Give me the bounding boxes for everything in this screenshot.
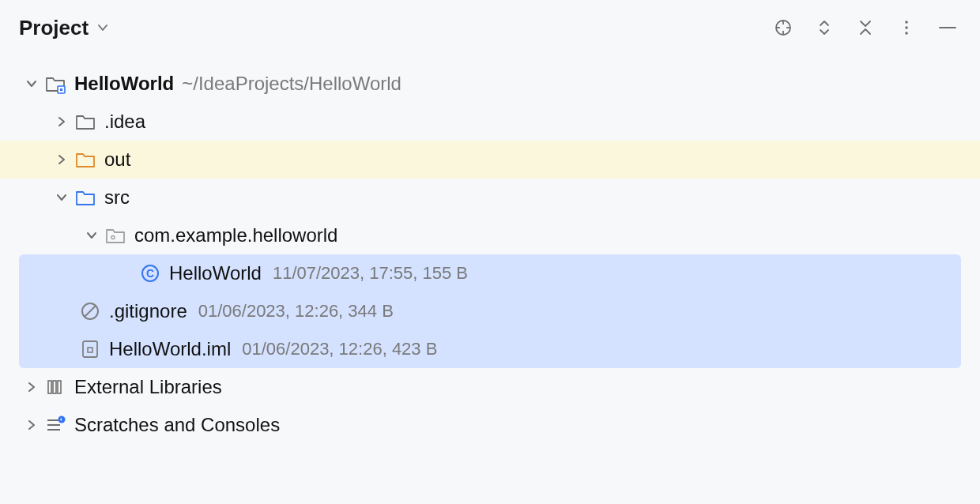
project-tool-window: Project: [0, 0, 980, 504]
svg-point-5: [905, 21, 908, 24]
node-label: .idea: [104, 111, 145, 133]
node-meta: 11/07/2023, 17:55, 155 B: [273, 263, 468, 284]
tree-node-package[interactable]: com.example.helloworld: [0, 216, 980, 254]
svg-rect-18: [48, 381, 51, 393]
expand-collapse-button[interactable]: [814, 17, 835, 38]
module-folder-icon: [44, 73, 66, 95]
tree-node-gitignore[interactable]: .gitignore 01/06/2023, 12:26, 344 B: [19, 292, 961, 330]
svg-rect-19: [53, 381, 56, 393]
excluded-folder-icon: [74, 149, 96, 171]
tree-node-iml[interactable]: HelloWorld.iml 01/06/2023, 12:26, 423 B: [19, 330, 961, 368]
node-label: .gitignore: [109, 300, 187, 322]
chevron-right-icon[interactable]: [19, 381, 44, 393]
node-label: Scratches and Consoles: [74, 414, 280, 436]
scratches-icon: [44, 414, 66, 436]
select-opened-file-button[interactable]: [773, 17, 793, 38]
tree-node-class-file[interactable]: C HelloWorld 11/07/2023, 17:55, 155 B: [19, 254, 961, 292]
libraries-icon: [44, 376, 66, 398]
node-label: com.example.helloworld: [134, 224, 337, 246]
panel-toolbar: [773, 17, 961, 38]
node-label: src: [104, 186, 130, 209]
svg-point-11: [111, 236, 115, 239]
source-folder-icon: [74, 186, 96, 209]
tree-node-idea[interactable]: .idea: [0, 103, 980, 141]
node-label: External Libraries: [74, 376, 222, 398]
hide-panel-button[interactable]: [937, 17, 958, 38]
view-mode-dropdown[interactable]: [96, 21, 109, 34]
node-label: HelloWorld: [74, 73, 174, 95]
chevron-right-icon[interactable]: [19, 419, 44, 431]
svg-text:C: C: [146, 267, 154, 280]
node-label: HelloWorld.iml: [109, 338, 231, 360]
java-class-icon: C: [139, 262, 161, 284]
svg-rect-16: [83, 341, 97, 357]
node-meta: 01/06/2023, 12:26, 344 B: [198, 301, 394, 322]
panel-header: Project: [0, 0, 980, 55]
module-file-icon: [79, 338, 101, 360]
tree-node-src[interactable]: src: [0, 179, 980, 216]
node-label: out: [104, 149, 130, 171]
panel-title: Project: [19, 16, 89, 40]
chevron-right-icon[interactable]: [49, 115, 74, 128]
chevron-right-icon[interactable]: [49, 153, 74, 166]
tree-node-external-libraries[interactable]: External Libraries: [0, 368, 980, 406]
project-tree: HelloWorld ~/IdeaProjects/HelloWorld .id…: [0, 55, 980, 444]
folder-icon: [74, 111, 96, 133]
package-icon: [104, 224, 126, 246]
node-label: HelloWorld: [169, 262, 262, 284]
chevron-down-icon[interactable]: [79, 229, 104, 242]
node-path: ~/IdeaProjects/HelloWorld: [182, 73, 401, 95]
chevron-down-icon[interactable]: [49, 191, 74, 204]
tree-node-scratches[interactable]: Scratches and Consoles: [0, 406, 980, 444]
svg-point-6: [905, 26, 908, 29]
ignore-file-icon: [79, 300, 101, 322]
svg-rect-10: [60, 88, 62, 91]
svg-rect-20: [58, 381, 61, 393]
svg-line-15: [85, 306, 96, 317]
tree-node-root[interactable]: HelloWorld ~/IdeaProjects/HelloWorld: [0, 65, 980, 103]
collapse-all-button[interactable]: [855, 17, 876, 38]
svg-rect-17: [88, 348, 92, 352]
svg-point-7: [905, 32, 908, 35]
node-meta: 01/06/2023, 12:26, 423 B: [242, 339, 437, 359]
chevron-down-icon[interactable]: [19, 77, 44, 90]
more-options-button[interactable]: [896, 17, 917, 38]
tree-node-out[interactable]: out: [0, 141, 980, 179]
